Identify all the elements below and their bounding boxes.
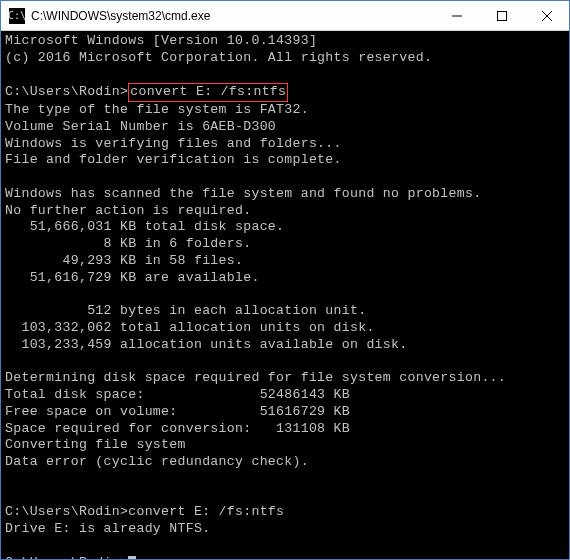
- output-line: Free space on volume: 51616729 KB: [5, 404, 350, 419]
- svg-rect-1: [497, 11, 506, 20]
- output-line: No further action is required.: [5, 203, 251, 218]
- output-line: 51,616,729 KB are available.: [5, 270, 260, 285]
- close-button[interactable]: [524, 1, 569, 30]
- output-line: 51,666,031 KB total disk space.: [5, 219, 284, 234]
- output-line: The type of the file system is FAT32.: [5, 102, 309, 117]
- prompt-2: C:\Users\Rodin>convert E: /fs:ntfs: [5, 504, 284, 519]
- highlighted-command: convert E: /fs:ntfs: [128, 83, 288, 102]
- prompt-1: C:\Users\Rodin>convert E: /fs:ntfs: [5, 84, 288, 99]
- prompt-path: C:\Users\Rodin>: [5, 84, 128, 99]
- output-line: Determining disk space required for file…: [5, 370, 506, 385]
- window-controls: [434, 1, 569, 30]
- output-line: 49,293 KB in 58 files.: [5, 253, 243, 268]
- cmd-window: C:\ C:\WINDOWS\system32\cmd.exe Microsof…: [0, 0, 570, 560]
- output-line: Total disk space: 52486143 KB: [5, 387, 350, 402]
- terminal-content[interactable]: Microsoft Windows [Version 10.0.14393] (…: [1, 31, 569, 559]
- titlebar[interactable]: C:\ C:\WINDOWS\system32\cmd.exe: [1, 1, 569, 31]
- maximize-button[interactable]: [479, 1, 524, 30]
- prompt-path: C:\Users\Rodin>: [5, 504, 128, 519]
- output-line: 512 bytes in each allocation unit.: [5, 303, 366, 318]
- cmd-icon: C:\: [9, 8, 25, 24]
- output-line: Data error (cyclic redundancy check).: [5, 454, 309, 469]
- output-line: Space required for conversion: 131108 KB: [5, 421, 350, 436]
- output-line: Windows has scanned the file system and …: [5, 186, 481, 201]
- minimize-icon: [452, 11, 462, 21]
- maximize-icon: [497, 11, 507, 21]
- prompt-3: C:\Users\Rodin>: [5, 555, 136, 559]
- output-line: File and folder verification is complete…: [5, 152, 342, 167]
- output-line: 103,233,459 allocation units available o…: [5, 337, 407, 352]
- output-line: Drive E: is already NTFS.: [5, 521, 210, 536]
- minimize-button[interactable]: [434, 1, 479, 30]
- cursor: [128, 556, 136, 559]
- output-line: 8 KB in 6 folders.: [5, 236, 251, 251]
- window-title: C:\WINDOWS\system32\cmd.exe: [31, 9, 434, 23]
- version-line: Microsoft Windows [Version 10.0.14393]: [5, 33, 317, 48]
- prompt-path: C:\Users\Rodin>: [5, 555, 128, 559]
- copyright-line: (c) 2016 Microsoft Corporation. All righ…: [5, 50, 432, 65]
- output-line: 103,332,062 total allocation units on di…: [5, 320, 375, 335]
- close-icon: [542, 11, 552, 21]
- output-line: Volume Serial Number is 6AEB-D300: [5, 119, 276, 134]
- output-line: Converting file system: [5, 437, 186, 452]
- command-text: convert E: /fs:ntfs: [128, 504, 284, 519]
- output-line: Windows is verifying files and folders..…: [5, 136, 342, 151]
